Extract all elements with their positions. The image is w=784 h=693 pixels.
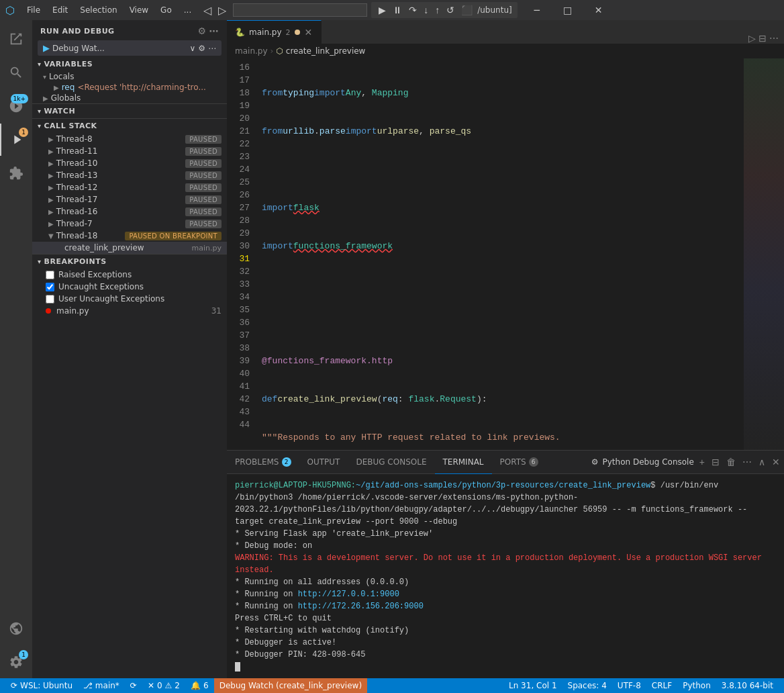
problems-label: PROBLEMS xyxy=(235,457,279,467)
activity-search[interactable] xyxy=(0,56,32,89)
window-maximize-btn[interactable]: □ xyxy=(552,0,583,20)
terminal-kill-btn[interactable]: 🗑 xyxy=(725,455,737,469)
breakpoints-header[interactable]: ▾ BREAKPOINTS xyxy=(32,255,227,269)
globals-arrow-icon: ▶ xyxy=(43,95,48,102)
bp-uncaught-checkbox[interactable] xyxy=(46,283,54,291)
status-notifications[interactable]: 🔔 6 xyxy=(185,678,214,693)
menu-file[interactable]: File xyxy=(21,4,46,16)
debug-stop-btn[interactable]: ⬛ xyxy=(459,3,475,17)
debug-config-label: /ubuntu] xyxy=(477,5,511,15)
panel-tab-problems[interactable]: PROBLEMS 2 xyxy=(227,451,299,474)
menu-view[interactable]: View xyxy=(124,4,154,16)
req-variable[interactable]: ▶ req <Request 'http://charming-tro... xyxy=(32,82,227,93)
locals-item[interactable]: ▾ Locals xyxy=(32,71,227,82)
debug-restart-btn[interactable]: ↺ xyxy=(444,3,456,17)
status-sync[interactable]: ⟳ xyxy=(125,678,142,693)
activity-git[interactable]: 1k+ xyxy=(0,90,32,122)
watch-section-header[interactable]: ▾ WATCH xyxy=(32,104,227,118)
panel-maximize-btn[interactable]: ∧ xyxy=(757,455,767,469)
run-btn[interactable]: ▷ xyxy=(748,33,756,44)
activity-remote[interactable] xyxy=(0,612,32,645)
variables-section-header[interactable]: ▾ VARIABLES xyxy=(32,57,227,71)
nav-back[interactable]: ◁ xyxy=(201,3,214,18)
thread-18[interactable]: ▼ Thread-18 PAUSED ON BREAKPOINT xyxy=(32,230,227,242)
globals-item[interactable]: ▶ Globals xyxy=(32,93,227,103)
thread-17[interactable]: ▶ Thread-17 PAUSED xyxy=(32,193,227,205)
status-line-ending[interactable]: CRLF xyxy=(646,678,677,693)
thread-12[interactable]: ▶ Thread-12 PAUSED xyxy=(32,181,227,193)
sync-icon: ⟳ xyxy=(130,681,137,690)
debug-stepinto-btn[interactable]: ↓ xyxy=(422,3,430,17)
code-line-18 xyxy=(262,163,744,176)
debug-more-icon[interactable]: ⋯ xyxy=(209,26,219,36)
status-spaces[interactable]: Spaces: 4 xyxy=(562,678,612,693)
thread-7[interactable]: ▶ Thread-7 PAUSED xyxy=(32,218,227,230)
status-language[interactable]: Python xyxy=(677,678,716,693)
gear-icon-panel: ⚙ xyxy=(591,457,599,467)
active-frame[interactable]: create_link_preview main.py xyxy=(32,242,227,254)
panel-tab-output[interactable]: OUTPUT xyxy=(299,451,348,474)
bp-raised-exceptions[interactable]: Raised Exceptions xyxy=(32,269,227,281)
breadcrumb-fn-icon: ⬡ xyxy=(276,46,283,56)
code-content[interactable]: from typing import Any, Mapping from url… xyxy=(256,58,744,450)
activity-settings[interactable]: 1 xyxy=(0,646,32,678)
status-branch[interactable]: ⎇ main* xyxy=(78,678,125,693)
bp-user-uncaught[interactable]: User Uncaught Exceptions xyxy=(32,293,227,305)
panel-tab-ports[interactable]: PORTS 6 xyxy=(492,451,546,474)
status-errors[interactable]: ✕ 0 ⚠ 2 xyxy=(142,678,185,693)
nav-forward[interactable]: ▷ xyxy=(215,3,229,18)
tab-close-btn[interactable]: ✕ xyxy=(304,26,313,38)
bp-main-py[interactable]: main.py 31 xyxy=(32,305,227,317)
callstack-arrow-icon: ▾ xyxy=(38,122,42,130)
debug-stepout-btn[interactable]: ↑ xyxy=(433,3,442,17)
menu-selection[interactable]: Selection xyxy=(75,4,122,16)
terminal-more-btn[interactable]: ⋯ xyxy=(741,455,753,469)
bp-user-uncaught-checkbox[interactable] xyxy=(46,295,54,304)
callstack-header[interactable]: ▾ CALL STACK xyxy=(32,119,227,133)
terminal-content[interactable]: pierrick@LAPTOP-HKU5PNNG:~/git/add-ons-s… xyxy=(227,474,784,678)
bp-raised-label: Raised Exceptions xyxy=(58,270,222,279)
status-python-version[interactable]: 3.8.10 64-bit xyxy=(716,678,779,693)
debug-console-label: DEBUG CONSOLE xyxy=(356,457,426,467)
panel-tab-terminal[interactable]: TERMINAL xyxy=(435,451,492,474)
minimap xyxy=(744,58,784,450)
debug-stepover-btn[interactable]: ↷ xyxy=(407,3,419,17)
debug-more-btn[interactable]: ⋯ xyxy=(208,44,216,53)
debug-pause-btn[interactable]: ⏸ xyxy=(391,3,404,17)
debug-continue-btn[interactable]: ▶ xyxy=(377,3,388,17)
breadcrumb-fn[interactable]: create_link_preview xyxy=(286,46,366,56)
thread-16[interactable]: ▶ Thread-16 PAUSED xyxy=(32,205,227,218)
status-wsl[interactable]: ⟳ WSL: Ubuntu xyxy=(5,678,78,693)
thread-13[interactable]: ▶ Thread-13 PAUSED xyxy=(32,169,227,181)
terminal-split-btn[interactable]: ⊟ xyxy=(710,455,721,469)
panel-tab-debug-console[interactable]: DEBUG CONSOLE xyxy=(348,451,434,474)
bp-uncaught-exceptions[interactable]: Uncaught Exceptions xyxy=(32,281,227,293)
bp-arrow-icon: ▾ xyxy=(38,258,42,265)
breadcrumb-file[interactable]: main.py xyxy=(235,46,268,56)
status-encoding[interactable]: UTF-8 xyxy=(612,678,646,693)
menu-go[interactable]: Go xyxy=(155,4,177,16)
more-actions-btn[interactable]: ⋯ xyxy=(769,33,779,44)
thread-10[interactable]: ▶ Thread-10 PAUSED xyxy=(32,157,227,169)
status-debug[interactable]: Debug Watch (create_link_preview) xyxy=(214,678,367,693)
window-close-btn[interactable]: ✕ xyxy=(583,0,614,20)
add-terminal-btn[interactable]: + xyxy=(698,455,706,469)
window-minimize-btn[interactable]: ─ xyxy=(522,0,552,20)
run-debug-label: RUN AND DEBUG xyxy=(40,27,115,36)
activity-run-debug[interactable]: 1 xyxy=(0,124,32,156)
tab-main-py[interactable]: 🐍 main.py 2 ✕ xyxy=(227,20,322,44)
debug-settings-btn[interactable]: ⚙ xyxy=(198,44,205,53)
thread16-badge: PAUSED xyxy=(185,207,222,216)
search-bar[interactable] xyxy=(233,3,367,17)
panel-close-btn[interactable]: ✕ xyxy=(771,455,781,469)
debug-settings-icon[interactable]: ⚙ xyxy=(197,26,206,36)
status-position[interactable]: Ln 31, Col 1 xyxy=(503,678,562,693)
menu-edit[interactable]: Edit xyxy=(47,4,73,16)
menu-more[interactable]: ... xyxy=(179,4,197,16)
bp-raised-checkbox[interactable] xyxy=(46,271,54,279)
split-editor-btn[interactable]: ⊟ xyxy=(758,33,767,44)
thread-11[interactable]: ▶ Thread-11 PAUSED xyxy=(32,145,227,157)
activity-explorer[interactable] xyxy=(0,23,32,55)
activity-extensions[interactable] xyxy=(0,157,32,189)
thread-8[interactable]: ▶ Thread-8 PAUSED xyxy=(32,133,227,145)
